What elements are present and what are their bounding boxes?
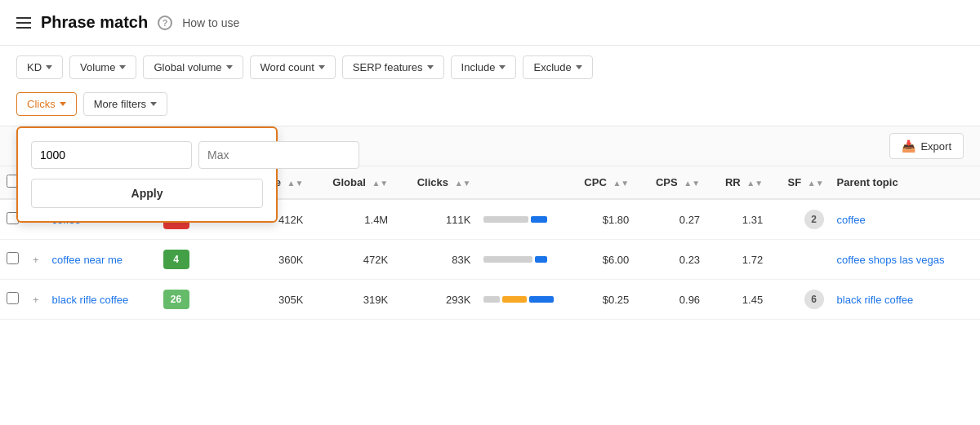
table-row: +black rifle coffee26305K319K293K$0.250.… <box>0 280 980 320</box>
bar-clicks <box>529 296 554 303</box>
parent-topic-cell: black rifle coffee <box>831 280 980 320</box>
header-parent-topic: Parent topic <box>831 166 980 199</box>
page-container: Phrase match ? How to use KD Volume Glob… <box>0 0 980 425</box>
kd-badge: 26 <box>163 290 189 309</box>
sf-cell: 2 <box>769 199 830 240</box>
filter-more[interactable]: More filters <box>83 92 167 116</box>
filters-row-2: Clicks Apply More filters <box>0 89 980 126</box>
filter-volume[interactable]: Volume <box>69 55 136 79</box>
bar-paid <box>502 296 527 303</box>
header-rr: RR ▲▼ <box>706 166 769 199</box>
filter-include[interactable]: Include <box>451 55 517 79</box>
filter-kd[interactable]: KD <box>16 55 63 79</box>
export-icon: 📥 <box>902 139 915 153</box>
filters-row-1: KD Volume Global volume Word count SERP … <box>0 46 980 89</box>
chevron-down-icon <box>318 65 325 69</box>
rr-cell: 1.45 <box>706 280 769 320</box>
sf-cell <box>769 240 830 280</box>
chevron-down-icon <box>427 65 434 69</box>
sf-cell: 6 <box>769 280 830 320</box>
hamburger-icon[interactable] <box>16 17 31 29</box>
chevron-down-icon <box>46 65 52 69</box>
page-title: Phrase match <box>41 13 148 32</box>
cps-cell: 0.27 <box>635 199 706 240</box>
rr-cell: 1.72 <box>706 240 769 280</box>
table-row: +coffee near me4360K472K83K$6.000.231.72… <box>0 240 980 280</box>
chevron-down-icon <box>576 65 582 69</box>
parent-topic-link[interactable]: coffee shops las vegas <box>837 254 945 266</box>
clicks-cell: 293K <box>394 280 477 320</box>
parent-topic-cell: coffee <box>831 199 980 240</box>
bar-organic <box>483 256 532 263</box>
row-checkbox[interactable] <box>7 292 19 304</box>
add-keyword-icon[interactable]: + <box>26 240 46 280</box>
chevron-down-icon <box>150 102 157 106</box>
filter-serp-features[interactable]: SERP features <box>342 55 444 79</box>
filter-clicks[interactable]: Clicks <box>16 92 77 116</box>
clicks-filter-container: Clicks Apply <box>16 92 77 116</box>
cpc-cell: $6.00 <box>564 240 635 280</box>
bar-clicks <box>535 256 547 263</box>
sf-badge: 2 <box>804 210 824 229</box>
keyword-link[interactable]: coffee near me <box>52 254 122 266</box>
apply-button[interactable]: Apply <box>31 179 263 208</box>
keyword-link[interactable]: black rifle coffee <box>52 294 129 306</box>
chevron-down-icon <box>60 102 66 106</box>
chevron-down-icon <box>226 65 233 69</box>
clicks-cell: 83K <box>394 240 477 280</box>
kd-badge: 4 <box>163 250 189 269</box>
clicks-min-input[interactable] <box>31 141 192 169</box>
global-cell: 1.4M <box>310 199 394 240</box>
row-checkbox[interactable] <box>7 252 19 264</box>
chevron-down-icon <box>119 65 126 69</box>
bar-clicks <box>531 216 547 223</box>
clicks-cell: 111K <box>394 199 477 240</box>
how-to-use-link[interactable]: How to use <box>182 16 239 29</box>
cpc-cell: $1.80 <box>564 199 635 240</box>
global-cell: 319K <box>310 280 394 320</box>
filter-global-volume[interactable]: Global volume <box>143 55 243 79</box>
volume-cell: 360K <box>220 240 310 280</box>
sf-badge: 6 <box>804 290 824 309</box>
bar-organic <box>483 296 500 303</box>
add-keyword-icon[interactable]: + <box>26 280 46 320</box>
parent-topic-link[interactable]: black rifle coffee <box>837 294 914 306</box>
clicks-max-input[interactable] <box>198 141 359 169</box>
parent-topic-link[interactable]: coffee <box>837 214 866 226</box>
bar-cell <box>477 199 564 240</box>
help-icon[interactable]: ? <box>158 15 172 30</box>
header: Phrase match ? How to use <box>0 0 980 46</box>
clicks-popup: Apply <box>16 126 278 223</box>
popup-inputs <box>31 141 263 169</box>
cps-cell: 0.23 <box>635 240 706 280</box>
export-button[interactable]: 📥 Export <box>889 133 964 159</box>
header-global: Global ▲▼ <box>310 166 394 199</box>
parent-topic-cell: coffee shops las vegas <box>831 240 980 280</box>
rr-cell: 1.31 <box>706 199 769 240</box>
bar-cell <box>477 240 564 280</box>
bar-organic <box>483 216 528 223</box>
filter-exclude[interactable]: Exclude <box>523 55 592 79</box>
header-bar <box>477 166 564 199</box>
header-cps: CPS ▲▼ <box>635 166 706 199</box>
header-cpc: CPC ▲▼ <box>564 166 635 199</box>
header-sf: SF ▲▼ <box>769 166 830 199</box>
cpc-cell: $0.25 <box>564 280 635 320</box>
filter-word-count[interactable]: Word count <box>250 55 336 79</box>
volume-cell: 305K <box>220 280 310 320</box>
global-cell: 472K <box>310 240 394 280</box>
chevron-down-icon <box>499 65 506 69</box>
cps-cell: 0.96 <box>635 280 706 320</box>
header-clicks: Clicks ▲▼ <box>394 166 477 199</box>
bar-cell <box>477 280 564 320</box>
